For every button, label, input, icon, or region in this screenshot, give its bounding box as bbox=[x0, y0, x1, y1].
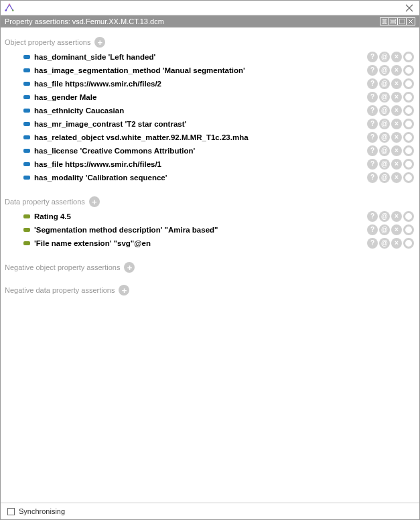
at-button[interactable]: @ bbox=[379, 224, 390, 235]
ring-button[interactable] bbox=[403, 145, 414, 156]
delete-button[interactable]: × bbox=[391, 238, 402, 249]
assertion-row[interactable]: Rating 4.5?@× bbox=[5, 210, 415, 223]
assertion-row[interactable]: has_gender Male?@× bbox=[5, 90, 415, 104]
assertion-row[interactable]: has_license 'Creative Commons Attributio… bbox=[5, 144, 415, 157]
delete-button[interactable]: × bbox=[391, 172, 402, 183]
delete-button[interactable]: × bbox=[391, 105, 402, 116]
object-property-icon bbox=[23, 122, 30, 126]
assertion-row[interactable]: 'Segmentation method description' "Amira… bbox=[5, 223, 415, 237]
at-button[interactable]: @ bbox=[379, 172, 390, 183]
at-button[interactable]: @ bbox=[379, 52, 390, 62]
ring-button[interactable] bbox=[403, 132, 414, 143]
synchronising-checkbox[interactable] bbox=[7, 508, 15, 515]
at-button[interactable]: @ bbox=[379, 145, 390, 156]
svg-point-1 bbox=[5, 9, 7, 11]
delete-button[interactable]: × bbox=[391, 92, 402, 103]
assertion-row[interactable]: has_dominant_side 'Left handed'?@× bbox=[5, 50, 415, 64]
at-button[interactable]: @ bbox=[379, 78, 390, 89]
section-header-negdata: Negative data property assertions + bbox=[5, 285, 415, 296]
help-button[interactable]: ? bbox=[367, 65, 378, 76]
at-button[interactable]: @ bbox=[379, 238, 390, 249]
delete-button[interactable]: × bbox=[391, 159, 402, 170]
ring-button[interactable] bbox=[403, 238, 414, 249]
help-button[interactable]: ? bbox=[367, 105, 378, 116]
svg-rect-5 bbox=[391, 19, 396, 21]
row-actions: ?@× bbox=[367, 145, 415, 156]
help-button[interactable]: ? bbox=[367, 172, 378, 183]
assertion-row[interactable]: has_ethnicity Caucasian?@× bbox=[5, 104, 415, 117]
at-button[interactable]: @ bbox=[379, 132, 390, 143]
ring-button[interactable] bbox=[403, 65, 414, 76]
synchronising-label: Synchronising bbox=[19, 507, 65, 515]
row-actions: ?@× bbox=[367, 119, 415, 129]
ring-button[interactable] bbox=[403, 92, 414, 103]
ring-button[interactable] bbox=[403, 119, 414, 129]
ring-button[interactable] bbox=[403, 159, 414, 170]
delete-button[interactable]: × bbox=[391, 52, 402, 62]
at-button[interactable]: @ bbox=[379, 159, 390, 170]
ring-button[interactable] bbox=[403, 52, 414, 62]
assertion-text: has_related_object vsd.white_matter.92.M… bbox=[33, 133, 364, 141]
negative-object-property-section: Negative object property assertions + bbox=[5, 262, 415, 273]
help-button[interactable]: ? bbox=[367, 159, 378, 170]
ring-button[interactable] bbox=[403, 78, 414, 89]
assertion-row[interactable]: has_mr_image_contrast 'T2 star contrast'… bbox=[5, 117, 415, 131]
help-button[interactable]: ? bbox=[367, 132, 378, 143]
add-data-assertion-button[interactable]: + bbox=[89, 196, 100, 207]
panel-btn-1[interactable] bbox=[380, 17, 389, 25]
svg-rect-7 bbox=[399, 19, 405, 24]
svg-rect-4 bbox=[385, 19, 387, 24]
section-header-negobj: Negative object property assertions + bbox=[5, 262, 415, 273]
at-button[interactable]: @ bbox=[379, 105, 390, 116]
help-button[interactable]: ? bbox=[367, 238, 378, 249]
at-button[interactable]: @ bbox=[379, 119, 390, 129]
help-button[interactable]: ? bbox=[367, 145, 378, 156]
assertion-row[interactable]: has_file https://www.smir.ch/files/1?@× bbox=[5, 157, 415, 171]
assertion-row[interactable]: has_file https://www.smir.ch/files/2?@× bbox=[5, 77, 415, 90]
at-button[interactable]: @ bbox=[379, 92, 390, 103]
assertion-text: has_file https://www.smir.ch/files/2 bbox=[33, 80, 364, 88]
row-actions: ?@× bbox=[367, 65, 415, 76]
delete-button[interactable]: × bbox=[391, 132, 402, 143]
delete-button[interactable]: × bbox=[391, 78, 402, 89]
delete-button[interactable]: × bbox=[391, 224, 402, 235]
assertion-row[interactable]: 'File name extension' "svg"@en?@× bbox=[5, 237, 415, 250]
help-button[interactable]: ? bbox=[367, 52, 378, 62]
assertion-row[interactable]: has_image_segmentation_method 'Manual se… bbox=[5, 64, 415, 77]
assertion-text: has_image_segmentation_method 'Manual se… bbox=[33, 66, 364, 74]
object-property-icon bbox=[23, 95, 30, 99]
panel-header: Property assertions: vsd.Femur.XX.M.CT.1… bbox=[1, 15, 419, 27]
delete-button[interactable]: × bbox=[391, 145, 402, 156]
window-close-button[interactable] bbox=[403, 2, 415, 14]
at-button[interactable]: @ bbox=[379, 211, 390, 222]
at-button[interactable]: @ bbox=[379, 65, 390, 76]
help-button[interactable]: ? bbox=[367, 78, 378, 89]
help-button[interactable]: ? bbox=[367, 211, 378, 222]
assertion-row[interactable]: has_modality 'Calibration sequence'?@× bbox=[5, 171, 415, 184]
object-property-icon bbox=[23, 55, 30, 59]
help-button[interactable]: ? bbox=[367, 224, 378, 235]
add-neg-data-assertion-button[interactable]: + bbox=[119, 285, 129, 296]
ring-button[interactable] bbox=[403, 211, 414, 222]
app-logo-icon bbox=[5, 3, 14, 13]
panel-btn-2[interactable] bbox=[389, 17, 398, 25]
ring-button[interactable] bbox=[403, 224, 414, 235]
delete-button[interactable]: × bbox=[391, 119, 402, 129]
delete-button[interactable]: × bbox=[391, 65, 402, 76]
delete-button[interactable]: × bbox=[391, 211, 402, 222]
object-property-icon bbox=[23, 162, 30, 166]
ring-button[interactable] bbox=[403, 172, 414, 183]
help-button[interactable]: ? bbox=[367, 92, 378, 103]
help-button[interactable]: ? bbox=[367, 119, 378, 129]
assertion-row[interactable]: has_related_object vsd.white_matter.92.M… bbox=[5, 131, 415, 144]
panel-title: Property assertions: vsd.Femur.XX.M.CT.1… bbox=[5, 17, 380, 25]
panel-btn-4[interactable] bbox=[406, 17, 415, 25]
row-actions: ?@× bbox=[367, 78, 415, 89]
row-actions: ?@× bbox=[367, 159, 415, 170]
ring-button[interactable] bbox=[403, 105, 414, 116]
add-object-assertion-button[interactable]: + bbox=[94, 37, 105, 48]
svg-point-2 bbox=[12, 9, 14, 11]
panel-btn-3[interactable] bbox=[397, 17, 407, 25]
row-actions: ?@× bbox=[367, 172, 415, 183]
add-neg-object-assertion-button[interactable]: + bbox=[124, 262, 135, 273]
